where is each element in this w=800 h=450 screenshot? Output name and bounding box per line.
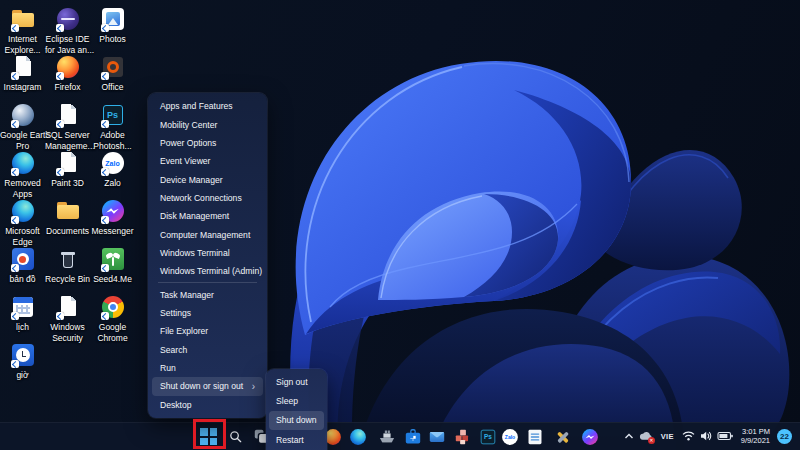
winx-item-search[interactable]: Search [152, 340, 263, 358]
desktop-icon-seed4me[interactable]: Seed4.Me [90, 246, 135, 285]
power-submenu: Sign outSleepShut downRestart [266, 369, 327, 450]
desktop-icon-internet-explorer[interactable]: Internet Explore... [0, 6, 45, 55]
edge-icon [349, 428, 368, 447]
taskbar-edge-button[interactable] [345, 425, 371, 449]
desktop-icon-office[interactable]: Office [90, 54, 135, 93]
winx-item-file-explorer[interactable]: File Explorer [152, 322, 263, 340]
taskbar-notes-button[interactable] [522, 425, 548, 449]
winx-item-run[interactable]: Run [152, 359, 263, 377]
winx-item-windows-terminal-admin-[interactable]: Windows Terminal (Admin) [152, 262, 263, 280]
power-item-shut-down[interactable]: Shut down [269, 411, 324, 430]
chrome-icon [100, 294, 126, 320]
ship-icon [378, 428, 397, 447]
shortcut-arrow-icon [56, 120, 64, 128]
tray-expand-chevron-icon[interactable] [624, 433, 634, 440]
messenger-icon [581, 428, 600, 447]
winx-item-settings[interactable]: Settings [152, 304, 263, 322]
search-icon [227, 428, 246, 447]
taskbar-admin-tools-button[interactable] [550, 425, 576, 449]
power-item-sleep[interactable]: Sleep [269, 391, 324, 410]
desktop-icon-windows-security[interactable]: Windows Security [45, 294, 90, 343]
shortcut-arrow-icon [11, 216, 19, 224]
shortcut-arrow-icon [101, 168, 109, 176]
seed-icon [100, 246, 126, 272]
shortcut-arrow-icon [11, 168, 19, 176]
winx-item-device-manager[interactable]: Device Manager [152, 170, 263, 188]
power-item-restart[interactable]: Restart [269, 430, 324, 449]
winx-item-apps-and-features[interactable]: Apps and Features [152, 97, 263, 115]
notes-icon [526, 428, 545, 447]
shortcut-arrow-icon [101, 72, 109, 80]
desktop-icon-messenger[interactable]: Messenger [90, 198, 135, 237]
store-icon [404, 428, 423, 447]
desktop: Internet Explore... Eclipse IDE for Java… [0, 0, 800, 450]
desktop-icon-microsoft-edge[interactable]: Microsoft Edge [0, 198, 45, 247]
messenger-icon [100, 198, 126, 224]
battery-icon[interactable] [717, 431, 733, 441]
shortcut-arrow-icon [11, 264, 19, 272]
folder-icon [55, 198, 81, 224]
earth-icon [10, 102, 36, 128]
desktop-icon-ban-do[interactable]: bản đồ [0, 246, 45, 285]
winx-item-desktop[interactable]: Desktop [152, 396, 263, 414]
winx-item-shut-down-or-sign-out[interactable]: Shut down or sign out› [152, 377, 263, 395]
desktop-icon-zalo[interactable]: Zalo [90, 150, 135, 189]
winx-item-computer-management[interactable]: Computer Management [152, 225, 263, 243]
photos-icon [100, 6, 126, 32]
desktop-icon-paint-3d[interactable]: Paint 3D [45, 150, 90, 189]
desktop-icon-photos[interactable]: Photos [90, 6, 135, 45]
shortcut-arrow-icon [101, 120, 109, 128]
desktop-icon-documents[interactable]: Documents [45, 198, 90, 237]
taskbar-ship-app-button[interactable] [374, 425, 400, 449]
desktop-icon-google-chrome[interactable]: Google Chrome [90, 294, 135, 343]
desktop-icon-firefox[interactable]: Firefox [45, 54, 90, 93]
desktop-icon-lich[interactable]: lịch [0, 294, 45, 333]
taskbar-zalo-button[interactable] [497, 425, 523, 449]
taskbar-microsoft-store-button[interactable] [400, 425, 426, 449]
tools-icon [554, 428, 573, 447]
onedrive-error-icon[interactable]: ✕ [639, 431, 653, 442]
winx-item-power-options[interactable]: Power Options [152, 134, 263, 152]
eclipse-icon [55, 6, 81, 32]
winx-item-network-connections[interactable]: Network Connections [152, 189, 263, 207]
winx-item-disk-management[interactable]: Disk Management [152, 207, 263, 225]
blocks-icon [454, 428, 473, 447]
desktop-icon-eclipse-ide[interactable]: Eclipse IDE for Java an... [45, 6, 90, 55]
photoshop-icon [100, 102, 126, 128]
desktop-icon-google-earth-pro[interactable]: Google Earth Pro [0, 102, 45, 151]
map-icon [10, 246, 36, 272]
firefox-icon [55, 54, 81, 80]
tray-time: 3:01 PM [741, 427, 770, 436]
shortcut-arrow-icon [11, 360, 19, 368]
clock-icon [10, 342, 36, 368]
document-page-icon [55, 294, 81, 320]
folder-icon [10, 6, 36, 32]
notification-count-badge[interactable]: 22 [777, 429, 792, 444]
taskbar-messenger-button[interactable] [577, 425, 603, 449]
desktop-icon-removed-apps[interactable]: Removed Apps [0, 150, 45, 199]
winx-item-windows-terminal[interactable]: Windows Terminal [152, 244, 263, 262]
taskbar-search-button[interactable] [223, 425, 249, 449]
desktop-icon-instagram[interactable]: Instagram [0, 54, 45, 93]
mail-icon [428, 428, 447, 447]
wifi-icon[interactable] [682, 431, 695, 441]
shortcut-arrow-icon [56, 168, 64, 176]
desktop-icon-sql-server-management[interactable]: SQL Server Manageme... [45, 102, 90, 151]
shortcut-arrow-icon [11, 24, 19, 32]
language-indicator[interactable]: VIE [661, 432, 674, 441]
shortcut-arrow-icon [101, 216, 109, 224]
document-page-icon [55, 150, 81, 176]
power-item-sign-out[interactable]: Sign out [269, 372, 324, 391]
speaker-icon[interactable] [700, 431, 712, 441]
desktop-icon-gio[interactable]: giờ [0, 342, 45, 381]
taskbar-blocks-app-button[interactable] [450, 425, 476, 449]
shortcut-arrow-icon [11, 72, 19, 80]
winx-item-task-manager[interactable]: Task Manager [152, 285, 263, 303]
winx-item-event-viewer[interactable]: Event Viewer [152, 152, 263, 170]
photoshop-icon [479, 428, 498, 447]
desktop-icon-recycle-bin[interactable]: Recycle Bin [45, 246, 90, 285]
desktop-icon-adobe-photoshop[interactable]: Adobe Photosh... [90, 102, 135, 151]
clock[interactable]: 3:01 PM 9/9/2021 [741, 427, 770, 445]
winx-item-mobility-center[interactable]: Mobility Center [152, 115, 263, 133]
taskbar-mail-button[interactable] [424, 425, 450, 449]
